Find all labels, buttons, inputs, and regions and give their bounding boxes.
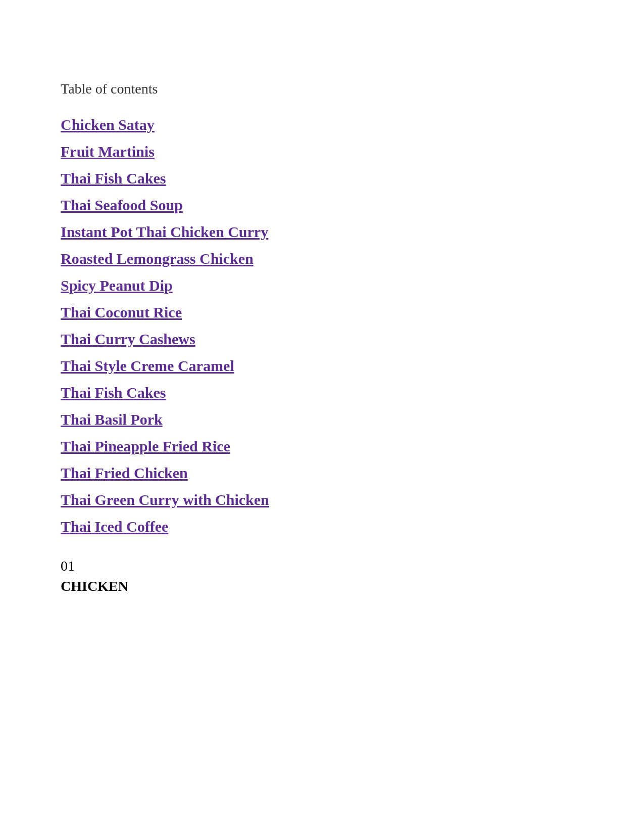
- toc-link-2[interactable]: Thai Fish Cakes: [61, 167, 166, 190]
- toc-item: Chicken Satay: [61, 113, 583, 136]
- toc-link-7[interactable]: Thai Coconut Rice: [61, 301, 182, 323]
- toc-item: Fruit Martinis: [61, 140, 583, 163]
- toc-item: Thai Coconut Rice: [61, 301, 583, 323]
- toc-item: Thai Seafood Soup: [61, 194, 583, 216]
- toc-item: Spicy Peanut Dip: [61, 274, 583, 297]
- toc-link-15[interactable]: Thai Iced Coffee: [61, 515, 168, 538]
- toc-link-11[interactable]: Thai Basil Pork: [61, 408, 163, 431]
- toc-item: Thai Basil Pork: [61, 408, 583, 431]
- toc-item: Thai Fish Cakes: [61, 167, 583, 190]
- toc-item: Roasted Lemongrass Chicken: [61, 247, 583, 270]
- toc-link-5[interactable]: Roasted Lemongrass Chicken: [61, 247, 254, 270]
- toc-item: Thai Pineapple Fried Rice: [61, 435, 583, 457]
- toc-item: Thai Fried Chicken: [61, 461, 583, 484]
- section-category: CHICKEN: [61, 578, 583, 594]
- section-number: 01: [61, 558, 583, 574]
- toc-item: Thai Green Curry with Chicken: [61, 488, 583, 511]
- toc-link-0[interactable]: Chicken Satay: [61, 113, 155, 136]
- toc-item: Thai Iced Coffee: [61, 515, 583, 538]
- toc-item: Thai Style Creme Caramel: [61, 354, 583, 377]
- toc-link-9[interactable]: Thai Style Creme Caramel: [61, 354, 234, 377]
- toc-link-13[interactable]: Thai Fried Chicken: [61, 461, 188, 484]
- toc-link-6[interactable]: Spicy Peanut Dip: [61, 274, 173, 297]
- page-container: Table of contents Chicken Satay Fruit Ma…: [61, 81, 583, 594]
- toc-item: Thai Curry Cashews: [61, 328, 583, 350]
- toc-link-14[interactable]: Thai Green Curry with Chicken: [61, 488, 269, 511]
- toc-label: Table of contents: [61, 81, 583, 97]
- toc-link-3[interactable]: Thai Seafood Soup: [61, 194, 183, 216]
- toc-link-10[interactable]: Thai Fish Cakes: [61, 381, 166, 404]
- toc-link-8[interactable]: Thai Curry Cashews: [61, 328, 195, 350]
- toc-item: Thai Fish Cakes: [61, 381, 583, 404]
- toc-item: Instant Pot Thai Chicken Curry: [61, 220, 583, 243]
- toc-link-1[interactable]: Fruit Martinis: [61, 140, 155, 163]
- toc-link-12[interactable]: Thai Pineapple Fried Rice: [61, 435, 230, 457]
- toc-list: Chicken Satay Fruit MartinisThai Fish Ca…: [61, 113, 583, 542]
- toc-link-4[interactable]: Instant Pot Thai Chicken Curry: [61, 220, 268, 243]
